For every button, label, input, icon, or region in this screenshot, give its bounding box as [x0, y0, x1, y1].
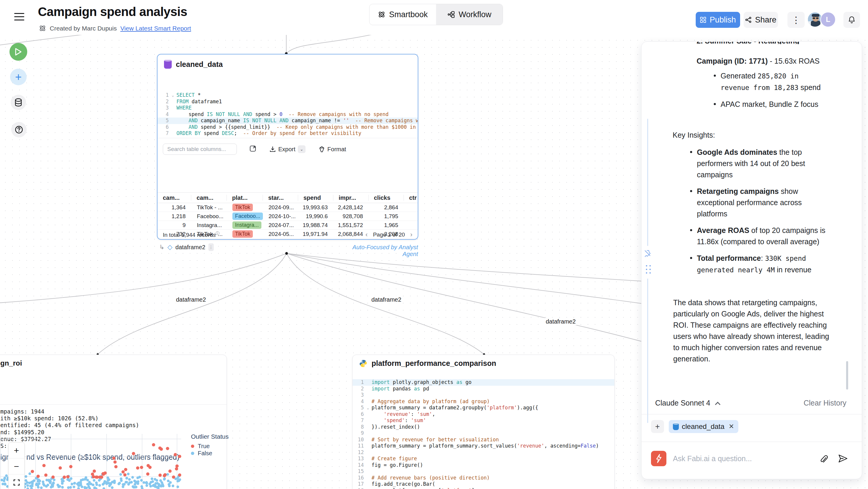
scatter-point [95, 483, 98, 486]
table-cell: 2024-07... [262, 222, 298, 228]
code-line[interactable]: 3 [352, 392, 614, 398]
scatter-point [131, 476, 134, 479]
fit-view-button[interactable] [8, 475, 24, 489]
column-header[interactable]: plat... [226, 195, 262, 201]
sql-code-editor[interactable]: 1⌄SELECT *2 FROM dataframe13 WHERE4 spen… [157, 92, 418, 137]
code-line[interactable]: 8 }).reset_index() [352, 424, 614, 430]
python-code-editor[interactable]: 1 import plotly.graph_objects as go2 imp… [352, 379, 614, 489]
scatter-point [172, 476, 175, 479]
code-line[interactable]: 7 ORDER BY spend DESC; -- Order by spend… [157, 130, 418, 137]
database-icon [14, 98, 22, 106]
ask-question-input[interactable] [673, 451, 815, 466]
tab-smartbook[interactable]: Smartbook [369, 4, 436, 25]
notifications-button[interactable] [843, 12, 860, 28]
prev-page-button[interactable]: ‹ [366, 231, 368, 239]
export-button[interactable]: Export ⌄ [270, 145, 306, 153]
share-button[interactable]: Share [744, 12, 778, 28]
chat-scrollbar[interactable] [846, 361, 848, 390]
message-paragraph: The data shows that retargeting campaign… [673, 297, 835, 364]
code-line[interactable]: 11 platform_summary = platform_summary.s… [352, 443, 614, 449]
table-cell: 928,708 [333, 213, 368, 220]
scatter-point [26, 484, 29, 487]
code-line[interactable]: 4 spend IS NOT NULL AND spend > 0 -- Rem… [157, 111, 418, 118]
scatter-point [80, 479, 83, 482]
attach-file-icon[interactable] [819, 454, 829, 464]
node-cleaned-data[interactable]: cleaned_data 1⌄SELECT *2 FROM dataframe1… [157, 54, 418, 240]
table-row[interactable]: 9Instagra...Instagra...2024-07...19,988.… [157, 221, 418, 230]
drag-handle-icon[interactable] [645, 264, 652, 275]
code-line[interactable]: 14 fig = go.Figure() [352, 462, 614, 468]
code-line[interactable]: 6 AND spend > {{spend_limit}} -- Keep on… [157, 124, 418, 130]
next-page-button[interactable]: › [410, 231, 412, 239]
scatter-point [166, 473, 169, 476]
table-cell: 1,364 [157, 204, 191, 211]
model-selector[interactable]: Claude Sonnet 4 [655, 399, 719, 407]
code-line[interactable]: 7 'spend': 'sum' [352, 417, 614, 424]
publish-button[interactable]: Publish [696, 12, 740, 28]
more-options-button[interactable]: ⋮ [787, 12, 805, 28]
unpin-icon[interactable] [644, 249, 653, 258]
code-line[interactable]: 2 FROM dataframe1 [157, 98, 418, 105]
code-line[interactable]: 17 fig.add_trace(go.Bar( [352, 481, 614, 488]
code-line[interactable]: 16 # Add revenue bars (positive directio… [352, 475, 614, 481]
column-header[interactable]: clicks [368, 195, 404, 201]
column-header[interactable]: star... [262, 195, 298, 201]
legend-item[interactable]: False [191, 450, 228, 457]
code-line[interactable]: 5 AND campaign_name IS NOT NULL AND camp… [157, 118, 418, 124]
menu-button[interactable] [14, 13, 24, 23]
smart-report-link[interactable]: View Latest Smart Report [120, 25, 191, 32]
search-table-columns-input[interactable] [163, 144, 237, 155]
scatter-point [92, 484, 94, 486]
code-line[interactable]: 10 # Sort by revenue for better visualiz… [352, 437, 614, 443]
code-line[interactable]: 12 [352, 449, 614, 456]
code-line[interactable]: 6 'revenue': 'sum', [352, 411, 614, 418]
edge-label-dataframe2: dataframe2 [370, 296, 403, 303]
zoom-in-button[interactable]: + [8, 442, 24, 459]
scatter-point [35, 483, 38, 485]
add-node-button[interactable]: + [10, 69, 27, 85]
data-sources-button[interactable] [11, 95, 26, 110]
table-cell: 2024-11-... [262, 240, 298, 240]
scatter-point [61, 486, 64, 489]
legend-item[interactable]: True [191, 442, 228, 450]
export-menu-chevron[interactable]: ⌄ [298, 145, 306, 153]
expand-table-icon[interactable] [249, 145, 256, 153]
column-header[interactable]: cam... [191, 195, 226, 201]
scatter-point [60, 478, 63, 481]
remove-chip-icon[interactable]: ✕ [728, 423, 734, 430]
handle-menu-icon[interactable]: ⋮ [209, 243, 214, 251]
add-context-button[interactable]: + [651, 420, 664, 433]
code-line[interactable]: 1⌄SELECT * [157, 92, 418, 98]
scatter-point [145, 484, 148, 487]
output-handle-dataframe2[interactable]: ↳ ◇ dataframe2 ⋮ [159, 243, 214, 251]
collaborator-avatar[interactable]: L [820, 12, 836, 27]
clear-history-button[interactable]: Clear History [804, 399, 846, 407]
table-row[interactable]: 1,218Faceboo...Faceboo...2024-10-...19,9… [157, 212, 418, 221]
code-line[interactable]: 1 import plotly.graph_objects as go [352, 379, 614, 386]
scatter-point [40, 486, 43, 489]
table-cell: Faceboo... [226, 213, 262, 220]
context-chip-cleaned-data[interactable]: cleaned_data ✕ [669, 420, 738, 433]
code-line[interactable]: 13 # Create figure [352, 456, 614, 462]
zoom-out-button[interactable]: − [8, 459, 24, 475]
code-line[interactable]: 5⌄platform_summary = dataframe2.groupby(… [352, 405, 614, 411]
tab-workflow[interactable]: Workflow [436, 4, 503, 25]
table-row[interactable]: 1,364TikTok - ...TikTok2024-09...19,993.… [157, 203, 418, 212]
send-button-icon[interactable] [838, 454, 848, 463]
column-header[interactable]: impr... [333, 195, 368, 201]
column-header[interactable]: spend [298, 195, 333, 201]
code-line[interactable]: 18 y=platform_summary['platform'], [352, 488, 614, 489]
code-line[interactable]: 9 [352, 430, 614, 437]
scatter-plot[interactable] [0, 434, 184, 489]
column-header[interactable]: ctr [404, 195, 418, 201]
help-button[interactable] [11, 122, 27, 137]
code-line[interactable]: 15 [352, 468, 614, 475]
code-line[interactable]: 3 WHERE [157, 105, 418, 111]
run-workflow-button[interactable] [9, 43, 27, 61]
scatter-point [154, 485, 157, 488]
code-line[interactable]: 4 # Aggregate data by platform (ad group… [352, 398, 614, 405]
column-header[interactable]: cam... [157, 195, 191, 201]
code-line[interactable]: 2 import pandas as pd [352, 386, 614, 392]
format-button[interactable]: Format [318, 146, 346, 153]
node-platform-performance[interactable]: platform_performance_comparison 1 import… [352, 355, 615, 489]
